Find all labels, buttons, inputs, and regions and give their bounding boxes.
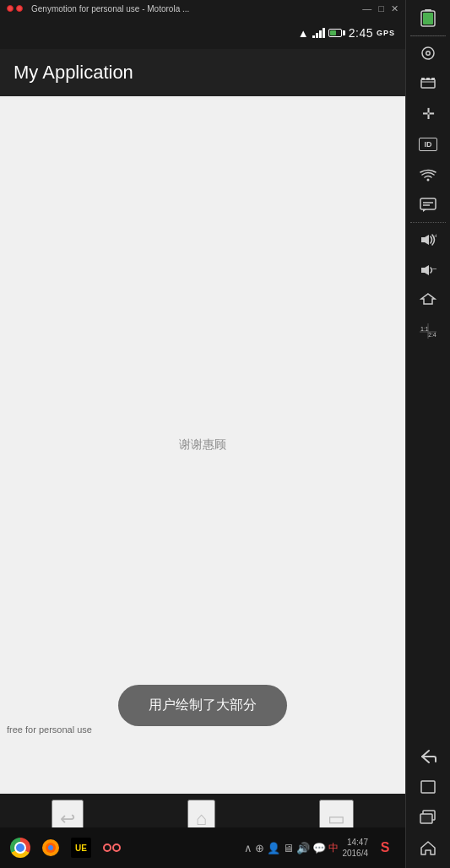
svg-text:−: −: [432, 264, 436, 274]
circle-icon-1: [7, 5, 14, 12]
toolbar-divider-1: [410, 35, 446, 36]
volume-down-toolbar-button[interactable]: −: [408, 255, 448, 285]
toolbar-divider-2: [410, 222, 446, 223]
sms-toolbar-button[interactable]: [408, 190, 448, 220]
signal-bar-3: [319, 30, 322, 38]
circle-icon-2: [16, 5, 23, 12]
ue4-taskbar-icon[interactable]: UE: [68, 834, 95, 861]
window-controls[interactable]: — □ ✕: [362, 3, 398, 14]
tray-screen-icon[interactable]: 🖥: [283, 842, 294, 854]
battery-icon: [328, 29, 345, 37]
title-bar-left: Genymotion for personal use - Motorola .…: [7, 4, 189, 14]
svg-marker-17: [421, 265, 429, 275]
svg-marker-19: [421, 294, 435, 304]
svg-text:2:4: 2:4: [428, 332, 436, 338]
camera-toolbar-button[interactable]: [408, 38, 448, 68]
main-content: 谢谢惠顾 用户绘制了大部分 free for personal use: [0, 96, 405, 794]
svg-rect-6: [421, 79, 435, 88]
ue4-icon: UE: [71, 838, 91, 858]
overview-toolbar-button[interactable]: [408, 772, 448, 802]
id-icon: ID: [425, 140, 432, 149]
svg-rect-2: [423, 13, 433, 24]
free-use-watermark: free for personal use: [7, 724, 92, 735]
svg-marker-15: [421, 235, 429, 245]
tray-chevron-icon[interactable]: ∧: [244, 842, 252, 854]
move-icon: ✛: [422, 105, 435, 123]
wifi-toolbar-button[interactable]: [408, 160, 448, 190]
move-toolbar-button[interactable]: ✛: [408, 99, 448, 129]
oo-taskbar-icon[interactable]: [98, 834, 125, 861]
rotate-toolbar-button[interactable]: [408, 285, 448, 316]
system-tray: ∧ ⊕ 👤 🖥 🔊 💬 中: [244, 841, 339, 855]
svg-text:+: +: [434, 233, 436, 240]
svg-point-11: [427, 179, 430, 182]
volume-up-toolbar-button[interactable]: +: [408, 225, 448, 255]
tray-lang-icon[interactable]: 中: [328, 841, 339, 855]
taskbar-time: 14:47: [342, 837, 368, 848]
svg-rect-24: [421, 781, 435, 793]
chrome-taskbar-icon[interactable]: [7, 834, 34, 861]
oo-circle-2: [112, 844, 121, 852]
restore-button[interactable]: □: [378, 3, 384, 14]
s-icon: S: [381, 840, 390, 855]
svg-rect-10: [431, 78, 435, 80]
tray-display-icon[interactable]: 👤: [267, 842, 280, 854]
minimize-button[interactable]: —: [362, 3, 371, 14]
battery-toolbar-icon: [408, 3, 448, 34]
home-toolbar-button[interactable]: [408, 833, 448, 863]
right-toolbar: ✛ ID +: [405, 0, 450, 868]
signal-bar-2: [316, 33, 318, 38]
close-button[interactable]: ✕: [391, 3, 398, 14]
chrome-icon: [10, 838, 30, 858]
app-bar: My Application: [0, 49, 405, 96]
firefox-taskbar-icon[interactable]: [37, 834, 64, 861]
taskbar-date: 2016/4: [342, 848, 368, 859]
main-button[interactable]: 用户绘制了大部分: [118, 685, 287, 726]
app-title: My Application: [14, 62, 133, 84]
svg-rect-26: [420, 814, 432, 823]
status-bar: ▲ 2:45 GPS: [0, 17, 405, 49]
window-circles: [7, 5, 23, 12]
signal-icon: [312, 28, 325, 38]
battery-body: [328, 29, 342, 37]
window-title: Genymotion for personal use - Motorola .…: [31, 4, 189, 14]
phone-screen: ▲ 2:45 GPS My Application: [0, 17, 405, 844]
svg-rect-12: [420, 198, 436, 209]
scale-toolbar-button[interactable]: 1:1 2:4: [408, 316, 448, 346]
tray-add-icon[interactable]: ⊕: [255, 842, 264, 854]
bottom-taskbar: UE ∧ ⊕ 👤 🖥 🔊 💬 中 14:47 2016/4 S: [0, 827, 405, 868]
signal-bar-1: [312, 35, 315, 38]
svg-text:1:1: 1:1: [420, 326, 429, 332]
wifi-status-icon: ▲: [298, 27, 309, 40]
svg-point-29: [48, 845, 53, 850]
oo-circle-1: [103, 844, 111, 852]
title-bar: Genymotion for personal use - Motorola .…: [0, 0, 405, 17]
svg-rect-9: [426, 78, 430, 80]
status-icons: ▲ 2:45 GPS: [298, 26, 395, 40]
gps-icon: GPS: [377, 29, 395, 37]
id-toolbar-button[interactable]: ID: [408, 129, 448, 160]
tray-msg-icon[interactable]: 💬: [312, 842, 326, 854]
s-taskbar-icon[interactable]: S: [371, 834, 398, 861]
battery-fill: [330, 30, 336, 35]
signal-bar-4: [323, 28, 325, 38]
back-toolbar-button[interactable]: [408, 741, 448, 772]
battery-tip: [343, 30, 345, 35]
film-toolbar-button[interactable]: [408, 68, 448, 99]
taskbar-datetime: 14:47 2016/4: [342, 837, 368, 859]
svg-point-5: [427, 52, 430, 55]
svg-rect-8: [421, 78, 425, 80]
oo-icon: [101, 838, 122, 858]
center-label: 谢谢惠顾: [179, 437, 226, 453]
tray-volume-icon[interactable]: 🔊: [296, 842, 310, 854]
recents-toolbar-button[interactable]: [408, 802, 448, 833]
status-time: 2:45: [349, 26, 373, 40]
